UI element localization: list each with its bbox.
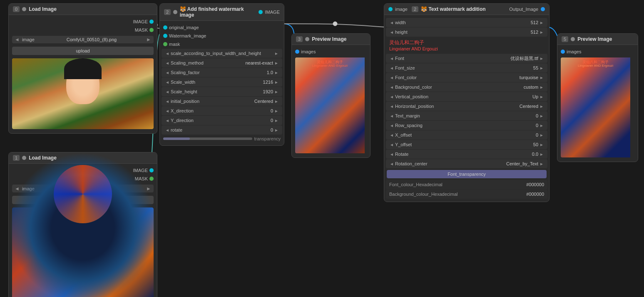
fa-fc-left[interactable]: ◄ [388, 75, 395, 80]
fa-width-right[interactable]: ► [538, 20, 545, 25]
fa-r-left[interactable]: ◄ [388, 152, 395, 157]
field-font-hex: Font_colour_Hexadecimal #000000 [386, 180, 547, 189]
dot-images-5[interactable] [561, 50, 565, 54]
dot-image-wm-out[interactable] [259, 10, 263, 14]
image-filename-0: ComfyUI_00510_(8).png [37, 37, 146, 42]
field-row-spacing[interactable]: ◄ Row_spacing 0 ► [386, 121, 547, 130]
field-initial-position[interactable]: ◄ initial_position Centered ► [162, 97, 282, 106]
fa-hp-right[interactable]: ► [538, 104, 545, 109]
node-title-watermark: 🐯 Add finished watermark image [180, 6, 256, 18]
fa-tm-right[interactable]: ► [538, 114, 545, 118]
fa-font-left[interactable]: ◄ [388, 56, 395, 61]
field-font[interactable]: ◄ Font 优设标题黑.ttf ► [386, 54, 547, 63]
field-arrow-ip-left[interactable]: ◄ [164, 99, 171, 104]
node-badge-3: 3 [296, 36, 303, 42]
fa-rc-right[interactable]: ► [538, 162, 545, 166]
field-rotate-twm[interactable]: ◄ Rotate 0.0 ► [386, 150, 547, 159]
fa-tm-left[interactable]: ◄ [388, 114, 395, 118]
watermark-text-preview: 灵仙儿和二狗子 Lingxianer AND Ergouzi [386, 37, 547, 53]
field-arrow-sw-right[interactable]: ► [273, 80, 280, 85]
thumbnail-0 [12, 58, 154, 129]
fa-yo-right[interactable]: ► [538, 142, 545, 147]
field-arrow-sf-right[interactable]: ► [273, 70, 280, 75]
fa-height-right[interactable]: ► [538, 30, 545, 35]
field-arrow-xd-right[interactable]: ► [273, 109, 280, 113]
fa-yo-left[interactable]: ◄ [388, 142, 395, 147]
dot-image-out-0[interactable] [149, 20, 154, 24]
field-arrow-yd-left[interactable]: ◄ [164, 118, 171, 123]
field-bg-hex: Background_colour_Hexadecimal #000000 [386, 190, 547, 199]
fa-fs-left[interactable]: ◄ [388, 66, 395, 70]
field-horizontal-pos[interactable]: ◄ Horizontal_position Centered ► [386, 102, 547, 111]
field-arrow-scale-right[interactable]: ► [273, 51, 280, 56]
field-arrow-xd-left[interactable]: ◄ [164, 109, 171, 113]
field-scaling-method[interactable]: ◄ Scaling_method nearest-exact ► [162, 58, 282, 67]
fa-bc-right[interactable]: ► [538, 85, 545, 90]
field-font-size[interactable]: ◄ Font_size 55 ► [386, 63, 547, 72]
field-scale-width[interactable]: ◄ Scale_width 1216 ► [162, 77, 282, 87]
field-scale-height[interactable]: ◄ Scale_height 1920 ► [162, 87, 282, 96]
wm-text-cn: 灵仙儿和二狗子 [389, 39, 544, 46]
field-arrow-sw-left[interactable]: ◄ [164, 80, 171, 85]
field-arrow-rot-right[interactable]: ► [273, 128, 280, 132]
field-arrow-ip-right[interactable]: ► [273, 99, 280, 104]
field-rotation-center[interactable]: ◄ Rotation_center Center_by_Text ► [386, 159, 547, 168]
field-y-direction[interactable]: ◄ Y_direction 0 ► [162, 116, 282, 125]
dot-output-twm[interactable] [541, 7, 545, 11]
fa-width-left[interactable]: ◄ [388, 20, 395, 25]
img-arrow-right-0[interactable]: ► [146, 37, 151, 42]
node-preview-3: 3 Preview Image images 灵仙儿和二狗子 Lingxiane… [291, 33, 370, 158]
field-arrow-sh-right[interactable]: ► [273, 90, 280, 94]
dot-mask-out-0[interactable] [149, 28, 154, 32]
field-arrow-yd-right[interactable]: ► [273, 118, 280, 123]
fa-font-right[interactable]: ► [538, 56, 545, 61]
slider-transparency[interactable]: transparency [163, 136, 281, 141]
node-status-dot-0 [22, 7, 26, 11]
fa-hp-left[interactable]: ◄ [388, 104, 395, 109]
preview-thumbnail-3: 灵仙儿和二狗子 Lingxianer AND Ergouzi [295, 57, 367, 153]
node-header-preview-3: 3 Preview Image [292, 34, 370, 45]
fa-rs-right[interactable]: ► [538, 123, 545, 128]
field-bg-color[interactable]: ◄ Background_color custom ► [386, 82, 547, 92]
fa-fs-right[interactable]: ► [538, 66, 545, 70]
field-height-twm[interactable]: ◄ height 512 ► [386, 27, 547, 37]
field-y-offset[interactable]: ◄ Y_offset 50 ► [386, 140, 547, 149]
field-arrow-sm-left[interactable]: ◄ [164, 61, 171, 65]
field-scale[interactable]: ◄ scale_according_to_input_width_and_hei… [162, 49, 282, 58]
node-body-watermark: original_image Watermark_image mask ◄ sc… [160, 21, 284, 145]
field-arrow-scale-left[interactable]: ◄ [164, 51, 171, 56]
port-images-5: images [557, 47, 638, 56]
upload-button-0[interactable]: upload [12, 47, 154, 55]
fa-r-right[interactable]: ► [538, 152, 545, 157]
field-arrow-sm-right[interactable]: ► [273, 61, 280, 65]
fa-vp-right[interactable]: ► [538, 95, 545, 99]
dot-original-image[interactable] [163, 25, 167, 30]
fa-vp-left[interactable]: ◄ [388, 95, 395, 99]
fa-rc-left[interactable]: ◄ [388, 162, 395, 166]
fa-xo-right[interactable]: ► [538, 133, 545, 137]
dot-images-3[interactable] [295, 50, 299, 54]
field-font-color[interactable]: ◄ Font_color turquoise ► [386, 73, 547, 82]
img-arrow-left-0[interactable]: ◄ [15, 37, 20, 42]
field-scaling-factor[interactable]: ◄ Scaling_factor 1.0 ► [162, 68, 282, 77]
field-text-margin[interactable]: ◄ Text_margin 0 ► [386, 111, 547, 120]
field-width-twm[interactable]: ◄ width 512 ► [386, 18, 547, 27]
font-transparency-bar[interactable]: Font_transparency [387, 170, 547, 178]
field-rotate-wm[interactable]: ◄ rotate 0 ► [162, 125, 282, 135]
fa-rs-left[interactable]: ◄ [388, 123, 395, 128]
image-selector-0[interactable]: ◄ image ComfyUI_00510_(8).png ► [12, 36, 154, 43]
fa-bc-left[interactable]: ◄ [388, 85, 395, 90]
dot-watermark-image[interactable] [163, 34, 167, 38]
field-arrow-rot-left[interactable]: ◄ [164, 128, 171, 132]
field-arrow-sf-left[interactable]: ◄ [164, 70, 171, 75]
field-x-direction[interactable]: ◄ X_direction 0 ► [162, 106, 282, 115]
field-x-offset[interactable]: ◄ X_offset 0 ► [386, 130, 547, 140]
dot-image-in-twm[interactable] [388, 7, 393, 11]
dot-mask-wm[interactable] [163, 42, 167, 46]
fa-fc-right[interactable]: ► [538, 75, 545, 80]
fa-xo-left[interactable]: ◄ [388, 133, 395, 137]
field-arrow-sh-left[interactable]: ◄ [164, 90, 171, 94]
fa-height-left[interactable]: ◄ [388, 30, 395, 35]
preview-image-5: 灵仙八和二狗子 Lingxianer AND Ergouzi [561, 57, 630, 157]
field-vertical-pos[interactable]: ◄ Vertical_position Up ► [386, 92, 547, 101]
